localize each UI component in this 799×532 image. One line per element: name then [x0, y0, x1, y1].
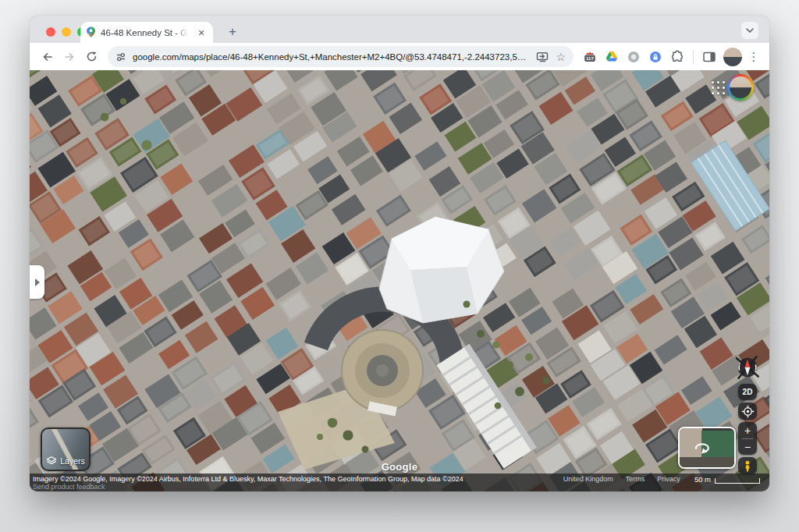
scale-label: 50 m: [694, 475, 711, 484]
tab-title: 46-48 Kennedy St - Google Ma: [101, 28, 190, 37]
zoom-control: + −: [738, 422, 757, 455]
reload-icon: [86, 51, 98, 62]
region-label[interactable]: United Kingdom: [563, 475, 613, 483]
browser-menu-button[interactable]: ⋮: [746, 50, 762, 64]
minimize-window-button[interactable]: [62, 27, 71, 37]
google-apps-grid-icon[interactable]: [712, 81, 726, 95]
account-avatar[interactable]: [727, 74, 754, 101]
url-text[interactable]: google.com/maps/place/46-48+Kennedy+St,+…: [133, 52, 530, 62]
terms-link[interactable]: Terms: [626, 475, 645, 483]
chevron-right-icon: [35, 278, 40, 286]
new-tab-button[interactable]: +: [223, 23, 242, 41]
svg-text:117: 117: [586, 55, 595, 61]
compass-control[interactable]: [736, 356, 759, 379]
privacy-lock-extension-icon[interactable]: [647, 48, 664, 66]
tab-close-icon[interactable]: ✕: [195, 27, 208, 39]
toolbar-divider: [693, 50, 694, 64]
address-bar[interactable]: google.com/maps/place/46-48+Kennedy+St,+…: [108, 46, 574, 67]
zoom-out-button[interactable]: −: [738, 439, 757, 455]
profile-avatar[interactable]: [723, 48, 742, 66]
forward-arrow-icon: [63, 51, 76, 63]
compass-icon: [736, 356, 759, 379]
map-landmarks: [30, 70, 769, 491]
forward-button[interactable]: [59, 47, 80, 67]
extensions-puzzle-icon[interactable]: [669, 48, 686, 66]
my-location-button[interactable]: [738, 403, 757, 420]
privacy-link[interactable]: Privacy: [657, 475, 680, 483]
map-scale: 50 m: [694, 475, 760, 484]
zoom-in-button[interactable]: +: [738, 423, 757, 438]
send-to-device-icon[interactable]: [536, 51, 549, 62]
imagery-attribution: Imagery ©2024 Google, Imagery ©2024 Airb…: [33, 475, 463, 483]
map-attribution-bar: Imagery ©2024 Google, Imagery ©2024 Airb…: [30, 473, 769, 491]
chevron-down-icon: [746, 28, 754, 33]
back-arrow-icon: [41, 51, 54, 63]
side-panel-expander[interactable]: [30, 265, 44, 299]
side-panel-icon[interactable]: [701, 48, 718, 66]
site-settings-icon[interactable]: [115, 51, 126, 62]
map-canvas[interactable]: [30, 70, 769, 491]
feedback-link[interactable]: Send product feedback: [33, 483, 105, 491]
close-window-button[interactable]: [46, 27, 55, 37]
browser-window: 46-48 Kennedy St - Google Ma ✕ +: [30, 16, 769, 491]
google-watermark: Google: [30, 461, 769, 473]
generic-extension-icon[interactable]: [625, 48, 642, 66]
map-viewport: 2D + −: [30, 70, 769, 491]
tab-search-button[interactable]: [741, 22, 758, 39]
maps-pin-favicon: [86, 27, 96, 38]
rotate-360-icon: [691, 439, 714, 455]
adblock-extension-icon[interactable]: 117: [581, 48, 598, 66]
bookmark-star-icon[interactable]: ☆: [556, 51, 566, 63]
scale-bar: [715, 478, 760, 484]
2d-mode-button[interactable]: 2D: [738, 384, 757, 400]
browser-toolbar: google.com/maps/place/46-48+Kennedy+St,+…: [30, 43, 769, 70]
drive-extension-icon[interactable]: [603, 48, 620, 66]
tab-strip: 46-48 Kennedy St - Google Ma ✕ +: [30, 16, 769, 43]
reload-button[interactable]: [81, 47, 101, 67]
location-target-icon: [741, 405, 755, 418]
back-button[interactable]: [37, 47, 58, 67]
browser-tab[interactable]: 46-48 Kennedy St - Google Ma ✕: [80, 22, 213, 43]
